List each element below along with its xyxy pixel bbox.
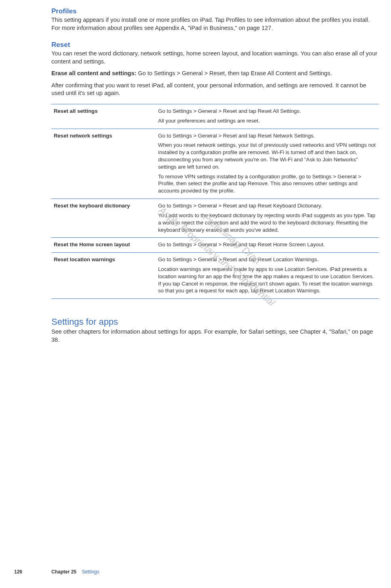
row-label: Reset network settings [51, 129, 156, 199]
erase-label: Erase all content and settings: [51, 70, 136, 76]
erase-paragraph: Erase all content and settings: Go to Se… [51, 70, 379, 78]
table-row: Reset location warnings Go to Settings >… [51, 253, 379, 299]
row-desc: Go to Settings > General > Reset and tap… [156, 238, 379, 253]
table-row: Reset all settings Go to Settings > Gene… [51, 104, 379, 129]
profiles-body: This setting appears if you install one … [51, 16, 379, 32]
chapter-label: Chapter 25 Settings [51, 569, 99, 575]
reset-after: After confirming that you want to reset … [51, 82, 379, 97]
row-desc: Go to Settings > General > Reset and tap… [156, 104, 379, 129]
row-para: All your preferences and settings are re… [158, 117, 376, 125]
row-para: Go to Settings > General > Reset and tap… [158, 108, 376, 115]
row-desc: Go to Settings > General > Reset and tap… [156, 199, 379, 238]
erase-body: Go to Settings > General > Reset, then t… [136, 70, 332, 76]
reset-table: Reset all settings Go to Settings > Gene… [51, 104, 379, 299]
table-row: Reset the Home screen layout Go to Setti… [51, 238, 379, 253]
table-row: Reset the keyboard dictionary Go to Sett… [51, 199, 379, 238]
row-para: Location warnings are requests made by a… [158, 266, 376, 294]
settings-for-apps-body: See other chapters for information about… [51, 328, 379, 344]
page-content: Profiles This setting appears if you ins… [51, 7, 379, 344]
row-desc: Go to Settings > General > Reset and tap… [156, 253, 379, 299]
chapter-title: Settings [82, 569, 99, 575]
reset-heading: Reset [51, 41, 379, 49]
row-label: Reset location warnings [51, 253, 156, 299]
row-para: When you reset network settings, your li… [158, 142, 376, 170]
row-para: Go to Settings > General > Reset and tap… [158, 256, 376, 263]
row-para: Go to Settings > General > Reset and tap… [158, 132, 376, 140]
row-para: Go to Settings > General > Reset and tap… [158, 202, 376, 209]
row-label: Reset the keyboard dictionary [51, 199, 156, 238]
settings-for-apps-heading: Settings for apps [51, 317, 379, 327]
profiles-heading: Profiles [51, 7, 379, 15]
table-row: Reset network settings Go to Settings > … [51, 129, 379, 199]
row-para: Go to Settings > General > Reset and tap… [158, 241, 376, 248]
row-label: Reset all settings [51, 104, 156, 129]
row-para: You add words to the keyboard dictionary… [158, 212, 376, 233]
row-label: Reset the Home screen layout [51, 238, 156, 253]
page-number: 126 [14, 569, 22, 575]
row-para: To remove VPN settings installed by a co… [158, 173, 376, 195]
chapter-number: Chapter 25 [51, 569, 76, 575]
row-desc: Go to Settings > General > Reset and tap… [156, 129, 379, 199]
reset-intro: You can reset the word dictionary, netwo… [51, 50, 379, 66]
